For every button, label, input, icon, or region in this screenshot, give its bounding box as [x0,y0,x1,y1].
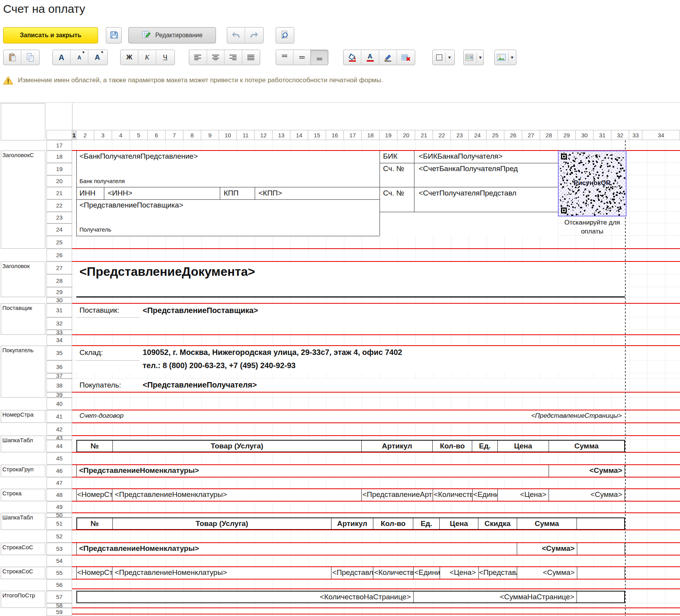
section-stroka-so-skidkoy[interactable]: СтрокаСоС [1,543,45,555]
row-header[interactable]: 26 [47,249,72,261]
editing-mode-button[interactable]: Редактирование [128,27,216,43]
column-header[interactable]: 33 [629,130,642,140]
row-header[interactable]: 35 [47,346,72,360]
row-header[interactable]: 42 [47,423,72,436]
row-header[interactable]: 32 [47,317,72,330]
row-header[interactable]: 56 [47,579,72,591]
cell-item2-article[interactable]: <ПредставлениеАртикула> [331,567,373,579]
cell-bank-account-value[interactable]: <СчетБанкаПолучателяПред [419,164,558,173]
cell-warehouse-phone[interactable]: тел.: 8 (800) 200-63-23, +7 (495) 240-92… [143,361,620,370]
column-header[interactable]: 31 [594,130,611,140]
cell-warehouse-address[interactable]: 109052, г. Москва, Нижегородская улица, … [143,348,620,357]
cell-qr-caption[interactable]: Отсканируйте для оплаты [558,218,626,236]
column-header[interactable]: 2 [76,130,94,140]
row-header[interactable]: 57 [47,591,72,603]
column-header[interactable]: 12 [255,130,273,140]
cell-item2-qty[interactable]: <Количество> [373,567,414,579]
row-header[interactable]: 43 [47,436,72,440]
cell-item2-price[interactable]: <Цена> [440,567,479,579]
cell-receiver-account-value[interactable]: <СчетПолучателяПредставл [419,189,558,197]
cell-group-name[interactable]: <ПредставлениеНоменклатуры> [77,465,549,477]
cell-item2-discount[interactable]: <ПредставлениеСкидки> [479,567,518,579]
table2-header-unit[interactable]: Ед. [413,518,440,529]
clear-formatting-button[interactable] [397,50,415,65]
undo-button[interactable] [227,28,245,43]
italic-button[interactable]: К [138,50,156,65]
underline-button[interactable]: Ч [156,50,174,65]
redo-button[interactable] [245,28,263,43]
cell-account-label-receiver[interactable]: Сч. № [383,189,411,197]
paste-button[interactable] [3,50,21,65]
valign-top-button[interactable] [276,50,293,65]
section-pokupatel[interactable]: Покупатель [1,346,45,398]
cell-row2-number[interactable]: <НомерСтроки> [77,567,112,579]
table1-header-sum[interactable]: Сумма [549,441,624,452]
column-header[interactable]: 28 [540,130,558,140]
named-areas-button[interactable]: A ▼ [464,50,483,65]
column-header[interactable]: 27 [522,130,540,140]
cell-account-label-bank[interactable]: Сч. № [383,164,411,173]
row-header[interactable]: 58 [47,603,72,608]
section-shapka-tablicy-2[interactable]: ШапкаТабл [1,513,45,530]
print-preview-button[interactable] [276,27,294,43]
column-header[interactable]: 34 [642,130,680,140]
cell-bik-label[interactable]: БИК [383,152,411,161]
cell-inn-label[interactable]: ИНН [79,189,102,197]
row-header[interactable]: 24 [47,223,72,236]
column-header[interactable]: 5 [130,130,148,140]
table2-header-number[interactable]: № [77,518,113,529]
row-header[interactable]: 20 [47,175,72,187]
row-header[interactable]: 33 [47,330,72,335]
row-header[interactable]: 37 [47,373,72,379]
cell-buyer-value[interactable]: <ПредставлениеПолучателя> [143,381,492,389]
row-header[interactable]: 29 [47,287,72,297]
row-header[interactable]: 50 [47,513,72,517]
cell-receiver-label[interactable]: Получатель [79,226,111,233]
align-left-button[interactable] [189,50,207,65]
column-header[interactable]: 4 [112,130,130,140]
table2-header-qty[interactable]: Кол-во [373,518,414,529]
table1-header-name[interactable]: Товар (Услуга) [113,441,362,452]
row-header[interactable]: 44 [47,440,72,452]
table1-header-qty[interactable]: Кол-во [433,441,472,452]
column-header[interactable]: 8 [183,130,201,140]
cell-supplier-value[interactable]: <ПредставлениеПоставщика> [143,306,492,315]
row-header-corner[interactable] [47,130,72,140]
row-header[interactable]: 18 [47,151,72,163]
bold-button[interactable]: Ж [121,50,138,65]
column-header[interactable]: 7 [166,130,183,140]
section-stroka[interactable]: Строка [1,489,45,501]
border-color-button[interactable] [379,50,397,65]
cell-item-sum[interactable]: <Сумма> [549,489,625,501]
row-header[interactable]: 36 [47,360,72,373]
align-justify-button[interactable] [242,50,260,65]
column-header[interactable]: 20 [397,130,415,140]
background-color-button[interactable] [343,50,361,65]
copy-button[interactable] [21,50,39,65]
cell-buyer-label[interactable]: Покупатель: [79,381,138,389]
column-header[interactable]: 32 [611,130,629,140]
section-stroka-so-skidkoy-2[interactable]: СтрокаСоС [1,567,45,579]
row-header[interactable]: 46 [47,465,72,477]
cell-page-qty-total[interactable]: <КоличествоНаСтранице> [77,592,414,602]
row-header[interactable]: 41 [47,410,72,423]
cell-group-sum[interactable]: <Сумма> [549,465,625,477]
insert-picture-button[interactable]: ▼ [495,50,516,65]
align-right-button[interactable] [224,50,242,65]
borders-button[interactable]: ▼ [433,50,454,65]
row-header[interactable]: 54 [47,555,72,567]
row-header[interactable]: 30 [47,297,72,303]
column-header[interactable]: 23 [451,130,469,140]
row-header[interactable]: 25 [47,236,72,249]
cell-supplier-repr[interactable]: <ПредставлениеПоставщика> [79,201,374,209]
table1-header-price[interactable]: Цена [498,441,549,452]
cell-item2-sum[interactable]: <Сумма> [517,567,577,579]
row-header[interactable]: 59 [47,608,72,616]
increase-font-button[interactable]: А▲ [88,50,106,65]
table2-header-name[interactable]: Товар (Услуга) [113,518,331,529]
cell-item-qty[interactable]: <Количество> [433,489,473,501]
column-header[interactable]: 3 [94,130,112,140]
table1-header-unit[interactable]: Ед. [472,441,498,452]
column-header[interactable]: 21 [415,130,433,140]
cell-item-unit[interactable]: <Единица> [473,489,498,501]
